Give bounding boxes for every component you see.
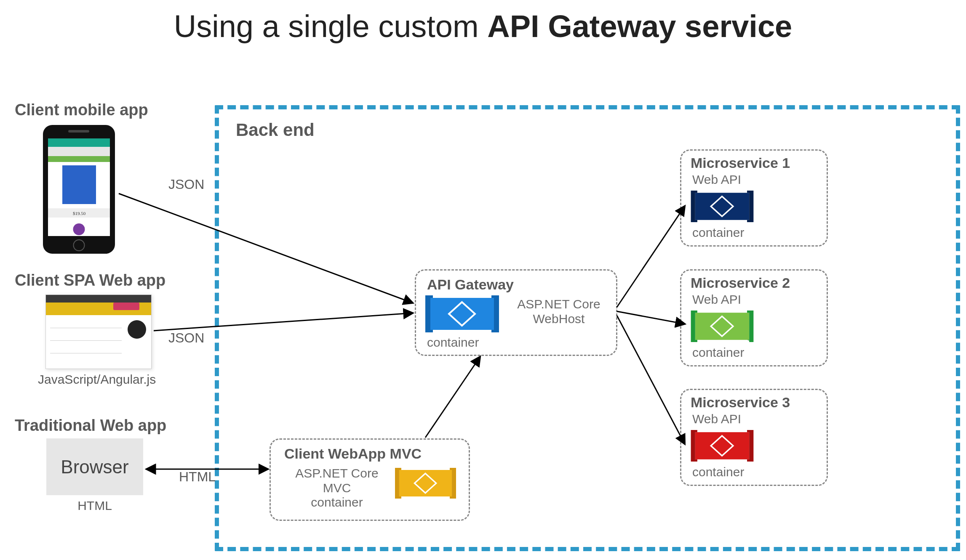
svg-line-21 xyxy=(119,194,413,303)
svg-line-25 xyxy=(617,206,685,307)
svg-line-24 xyxy=(425,357,480,438)
svg-line-22 xyxy=(154,313,413,331)
svg-line-27 xyxy=(617,316,685,444)
arrows-overlay xyxy=(0,0,966,560)
svg-line-26 xyxy=(617,311,685,324)
